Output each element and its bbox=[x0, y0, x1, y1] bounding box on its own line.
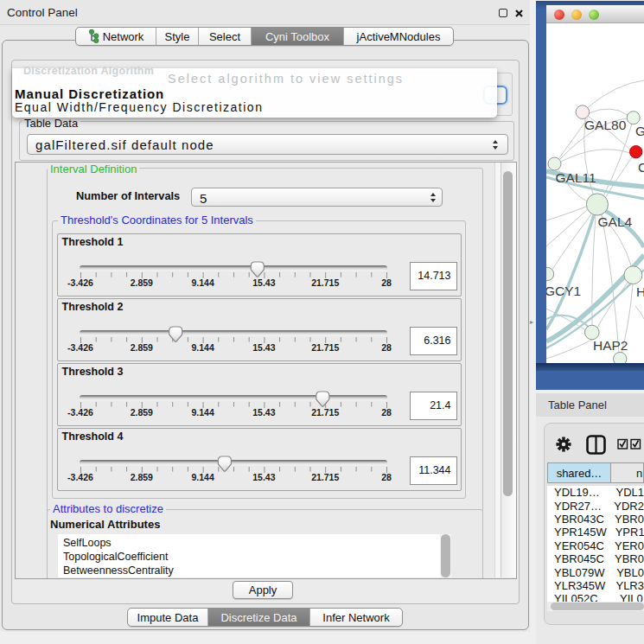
svg-text:C: C bbox=[638, 160, 644, 175]
svg-text:HAP2: HAP2 bbox=[593, 338, 628, 353]
svg-text:GA: GA bbox=[635, 124, 644, 138]
svg-text:GCY1: GCY1 bbox=[546, 284, 581, 298]
svg-text:GAL4: GAL4 bbox=[598, 214, 633, 229]
svg-text:GAL11: GAL11 bbox=[556, 170, 596, 185]
svg-text:H: H bbox=[636, 284, 644, 299]
svg-text:GAL80: GAL80 bbox=[584, 118, 627, 132]
